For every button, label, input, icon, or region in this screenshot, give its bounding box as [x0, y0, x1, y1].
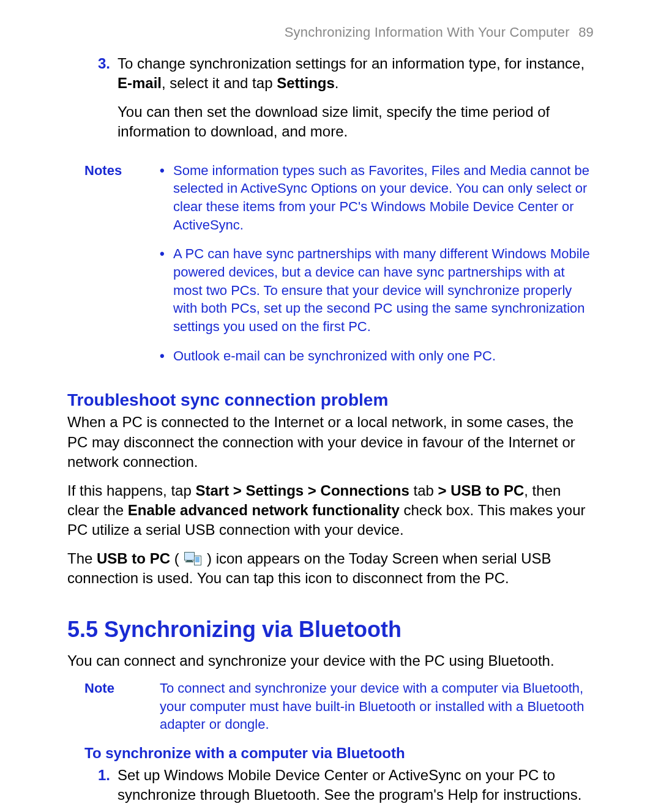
note-label: Note [67, 679, 149, 734]
notes-body: Some information types such as Favorites… [160, 162, 594, 376]
note-block: Note To connect and synchronize your dev… [67, 679, 594, 734]
text-run: , select it and tap [162, 75, 277, 91]
note-item: Outlook e-mail can be synchronized with … [160, 347, 594, 365]
paragraph: The USB to PC ( ) icon appears on the To… [67, 549, 594, 589]
step3-paragraph-1: To change synchronization settings for a… [118, 54, 594, 94]
bold-text: E-mail [118, 75, 162, 91]
list-item: 3. To change synchronization settings fo… [67, 54, 594, 151]
text-run: The [67, 550, 97, 567]
note-body: To connect and synchronize your device w… [160, 679, 594, 734]
note-item: Some information types such as Favorites… [160, 162, 594, 234]
list-item-body: Set up Windows Mobile Device Center or A… [118, 765, 594, 812]
bold-text: Settings [277, 75, 335, 91]
list-marker: 1. [67, 765, 111, 812]
step1-paragraph: Set up Windows Mobile Device Center or A… [118, 765, 594, 805]
text-run: . [335, 75, 339, 91]
notes-block: Notes Some information types such as Fav… [67, 162, 594, 376]
text-run: If this happens, tap [67, 482, 195, 499]
subsection-heading: Troubleshoot sync connection problem [67, 390, 594, 410]
ordered-list-continuation: 3. To change synchronization settings fo… [67, 54, 594, 151]
bold-text: Start > Settings > Connections [195, 482, 409, 499]
paragraph: If this happens, tap Start > Settings > … [67, 481, 594, 540]
list-item: 1. Set up Windows Mobile Device Center o… [67, 765, 594, 812]
text-run: ( [170, 550, 183, 567]
running-header: Synchronizing Information With Your Comp… [67, 24, 594, 40]
bold-text: > USB to PC [438, 482, 525, 499]
text-run: To change synchronization settings for a… [118, 55, 584, 72]
paragraph: When a PC is connected to the Internet o… [67, 412, 594, 472]
chapter-title: Synchronizing Information With Your Comp… [285, 24, 570, 40]
procedure-heading: To synchronize with a computer via Bluet… [67, 745, 594, 762]
section-heading: 5.5 Synchronizing via Bluetooth [67, 617, 594, 643]
list-marker: 3. [67, 54, 111, 151]
ordered-list: 1. Set up Windows Mobile Device Center o… [67, 765, 594, 812]
bold-text: USB to PC [97, 550, 170, 567]
manual-page: Synchronizing Information With Your Comp… [0, 0, 661, 812]
note-item: A PC can have sync partnerships with man… [160, 245, 594, 335]
text-run: tab [409, 482, 438, 499]
list-item-body: To change synchronization settings for a… [118, 54, 594, 151]
usb-to-pc-icon [184, 552, 201, 565]
bold-text: Enable advanced network functionality [128, 502, 400, 518]
notes-label: Notes [67, 162, 149, 376]
step3-paragraph-2: You can then set the download size limit… [118, 102, 594, 142]
page-number: 89 [578, 24, 594, 40]
paragraph: You can connect and synchronize your dev… [67, 651, 594, 671]
